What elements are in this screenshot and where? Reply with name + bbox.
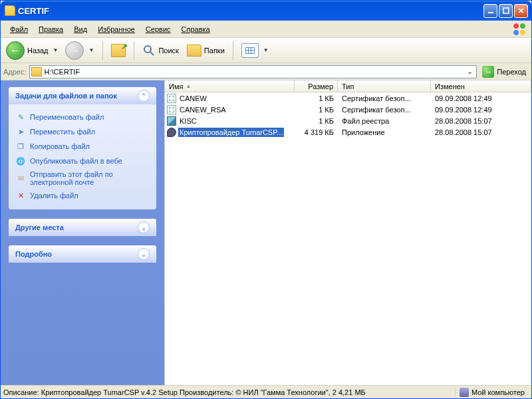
chevron-up-icon: ⌃ — [138, 90, 150, 102]
menu-view[interactable]: Вид — [68, 23, 92, 35]
details-header[interactable]: Подробно ⌄ — [9, 245, 156, 263]
task-link-delete[interactable]: ✕Удалить файл — [15, 188, 150, 203]
folder-up-icon — [111, 44, 126, 57]
rename-icon: ✎ — [15, 112, 26, 122]
move-icon: ➤ — [15, 126, 26, 137]
file-name: CANEW — [178, 94, 208, 103]
email-icon: ✉ — [15, 173, 26, 184]
folders-button[interactable]: Папки — [184, 43, 227, 59]
cert-icon — [166, 104, 177, 115]
file-name: Криптопровайдер TumarCSP... — [178, 128, 284, 137]
back-button[interactable]: ← Назад ▼ — [5, 40, 61, 61]
status-location: Мой компьютер — [455, 388, 529, 397]
toolbar-separator — [134, 41, 134, 60]
tasks-panel: Задачи для файлов и папок ⌃ ✎Переименова… — [9, 87, 156, 209]
address-input[interactable]: H:\CERTIF ⌄ — [29, 65, 477, 78]
svg-rect-1 — [503, 8, 509, 13]
toolbar-separator — [102, 41, 103, 60]
back-dropdown[interactable]: ▼ — [51, 47, 61, 53]
forward-button[interactable]: → ▼ — [64, 40, 97, 61]
file-type: Файл реестра — [338, 117, 431, 125]
close-button[interactable]: ✕ — [514, 4, 528, 18]
sidebar: Задачи для файлов и папок ⌃ ✎Переименова… — [1, 80, 164, 385]
task-label: Опубликовать файл в вебе — [30, 157, 122, 165]
task-link-publish[interactable]: 🌐Опубликовать файл в вебе — [15, 154, 150, 168]
tasks-title: Задачи для файлов и папок — [15, 92, 138, 100]
content-area: Задачи для файлов и папок ⌃ ✎Переименова… — [1, 80, 531, 385]
back-arrow-icon: ← — [6, 41, 25, 60]
col-header-name[interactable]: Имя▲ — [165, 80, 295, 92]
publish-icon: 🌐 — [15, 156, 26, 166]
minimize-button[interactable] — [483, 4, 497, 18]
file-row[interactable]: KISC1 КБФайл реестра28.08.2008 15:07 — [165, 115, 531, 126]
search-label: Поиск — [158, 47, 178, 55]
up-button[interactable] — [108, 42, 128, 59]
file-modified: 09.09.2008 12:49 — [431, 94, 531, 102]
task-label: Удалить файл — [30, 192, 78, 200]
col-header-size[interactable]: Размер — [295, 80, 338, 92]
task-link-email[interactable]: ✉Отправить этот файл по электронной почт… — [15, 168, 150, 188]
addressbar: Адрес: H:\CERTIF ⌄ → Переход — [1, 63, 531, 80]
window-title: CERTIF — [18, 6, 483, 16]
menu-file[interactable]: Файл — [5, 23, 33, 35]
address-dropdown[interactable]: ⌄ — [464, 67, 475, 76]
menu-favorites[interactable]: Избранное — [92, 23, 140, 35]
titlebar[interactable]: CERTIF ✕ — [1, 1, 531, 21]
menu-help[interactable]: Справка — [176, 23, 215, 35]
search-icon — [142, 44, 156, 57]
file-name: KISC — [178, 116, 198, 126]
task-link-copy[interactable]: ❐Копировать файл — [15, 139, 150, 154]
go-label: Переход — [497, 68, 526, 76]
toolbar-separator — [233, 41, 233, 60]
other-places-panel: Другие места ⌄ — [9, 219, 156, 236]
tasks-panel-header[interactable]: Задачи для файлов и папок ⌃ — [9, 87, 156, 104]
task-link-rename[interactable]: ✎Переименовать файл — [15, 110, 150, 124]
search-button[interactable]: Поиск — [140, 42, 181, 59]
file-size: 1 КБ — [295, 106, 338, 114]
app-icon — [166, 127, 177, 138]
column-headers: Имя▲ Размер Тип Изменен — [165, 80, 531, 92]
file-name: CANEW_RSA — [178, 105, 227, 114]
task-link-move[interactable]: ➤Переместить файл — [15, 124, 150, 139]
windows-flag-icon — [511, 21, 527, 37]
menu-tools[interactable]: Сервис — [140, 23, 176, 35]
file-type: Приложение — [338, 128, 431, 136]
reg-icon — [166, 116, 177, 126]
file-list: Имя▲ Размер Тип Изменен CANEW1 КБСертифи… — [164, 80, 531, 385]
col-header-type[interactable]: Тип — [338, 80, 431, 92]
file-size: 1 КБ — [295, 94, 338, 102]
status-text: Описание: Криптопровайдер TumarCSP v.4.2… — [3, 388, 455, 396]
svg-line-3 — [150, 52, 154, 55]
menu-edit[interactable]: Правка — [33, 23, 68, 35]
file-row[interactable]: CANEW_RSA1 КБСертификат безоп...09.09.20… — [165, 104, 531, 115]
svg-point-2 — [144, 46, 151, 53]
details-title: Подробно — [15, 250, 138, 258]
col-header-modified[interactable]: Изменен — [431, 80, 531, 92]
folders-icon — [187, 45, 201, 57]
delete-icon: ✕ — [15, 190, 26, 201]
chevron-down-icon: ⌄ — [138, 221, 150, 233]
back-label: Назад — [27, 47, 49, 55]
status-location-text: Мой компьютер — [471, 388, 525, 396]
other-places-header[interactable]: Другие места ⌄ — [9, 219, 156, 236]
file-row[interactable]: CANEW1 КБСертификат безоп...09.09.2008 1… — [165, 92, 531, 104]
statusbar: Описание: Криптопровайдер TumarCSP v.4.2… — [1, 385, 531, 398]
task-label: Переместить файл — [30, 128, 95, 136]
menubar: Файл Правка Вид Избранное Сервис Справка — [1, 21, 531, 38]
tasks-body: ✎Переименовать файл➤Переместить файл❐Коп… — [9, 104, 156, 209]
maximize-button[interactable] — [499, 4, 513, 18]
address-label: Адрес: — [3, 68, 27, 76]
views-dropdown[interactable]: ▼ — [261, 47, 271, 53]
go-button[interactable]: → Переход — [479, 66, 529, 78]
details-panel: Подробно ⌄ — [9, 245, 156, 263]
explorer-window: CERTIF ✕ Файл Правка Вид Избранное Серви… — [0, 0, 532, 399]
folder-icon — [5, 5, 15, 16]
file-row[interactable]: Криптопровайдер TumarCSP...4 319 КБПрило… — [165, 126, 531, 138]
forward-dropdown[interactable]: ▼ — [86, 47, 96, 53]
file-rows[interactable]: CANEW1 КБСертификат безоп...09.09.2008 1… — [165, 92, 531, 385]
file-modified: 09.09.2008 12:49 — [431, 106, 531, 114]
sort-asc-icon: ▲ — [186, 83, 191, 89]
svg-rect-0 — [488, 12, 493, 13]
cert-icon — [166, 93, 177, 104]
views-button[interactable]: ▼ — [239, 41, 273, 60]
